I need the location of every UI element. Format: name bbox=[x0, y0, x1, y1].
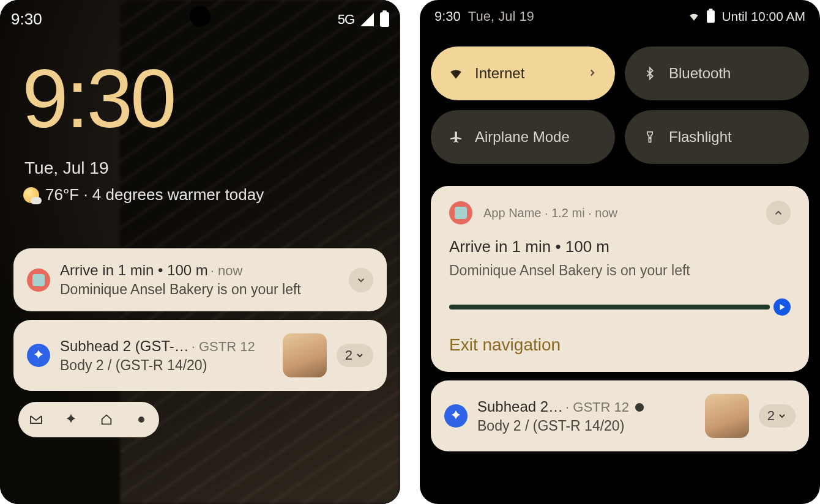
notif-meta: · GSTR 12 bbox=[565, 399, 629, 415]
svg-point-0 bbox=[649, 138, 650, 139]
chevron-right-icon bbox=[587, 65, 598, 82]
notification-thumbnail bbox=[283, 333, 327, 377]
notification-navigation-expanded[interactable]: App Name · 1.2 mi · now Arrive in 1 min … bbox=[431, 186, 809, 372]
notification-body: Subhead 2… · GSTR 12 Body 2 / (GST-R 14/… bbox=[477, 398, 695, 434]
qs-tile-internet[interactable]: Internet bbox=[431, 46, 615, 100]
progress-bar bbox=[449, 305, 770, 309]
qs-tile-label: Bluetooth bbox=[669, 65, 731, 82]
weather-line[interactable]: 76°F · 4 degrees warmer today bbox=[0, 178, 400, 204]
notification-photos[interactable]: Subhead 2 (GST-… · GSTR 12 Body 2 / (GST… bbox=[13, 320, 387, 391]
flashlight-icon bbox=[642, 129, 658, 145]
nav-app-icon bbox=[449, 201, 472, 224]
progress-end-icon bbox=[773, 298, 791, 316]
notif-body-text: Body 2 / (GST-R 14/20) bbox=[477, 418, 695, 434]
dnd-until-label: Until 10:00 AM bbox=[721, 9, 805, 24]
chevron-down-icon bbox=[355, 350, 365, 360]
status-time: 9:30 bbox=[434, 9, 461, 24]
status-date: Tue, Jul 19 bbox=[468, 9, 534, 24]
gmail-icon[interactable] bbox=[28, 412, 44, 428]
photos-icon[interactable] bbox=[63, 412, 79, 428]
status-time: 9:30 bbox=[11, 10, 42, 29]
qs-tile-label: Internet bbox=[475, 65, 524, 82]
status-icons: 5G bbox=[338, 12, 389, 28]
shade-notifications: App Name · 1.2 mi · now Arrive in 1 min … bbox=[420, 170, 820, 451]
notification-body: Arrive in 1 min • 100 m · now Dominique … bbox=[60, 262, 339, 298]
wifi-icon bbox=[688, 10, 700, 23]
qs-tile-label: Airplane Mode bbox=[475, 128, 570, 146]
notification-header-text: App Name · 1.2 mi · now bbox=[483, 206, 755, 220]
notif-subtext: Dominique Ansel Bakery is on your left bbox=[60, 281, 339, 298]
notification-thumbnail bbox=[705, 394, 749, 438]
notif-subhead: Subhead 2 (GST-… bbox=[60, 338, 189, 355]
wifi-icon bbox=[448, 65, 464, 81]
lockscreen-date: Tue, Jul 19 bbox=[0, 140, 400, 178]
bluetooth-icon bbox=[642, 65, 658, 81]
group-count-chip[interactable]: 2 bbox=[337, 344, 373, 367]
app-icon-row[interactable] bbox=[18, 402, 159, 437]
group-count: 2 bbox=[767, 408, 775, 424]
notif-body-text: Body 2 / (GST-R 14/20) bbox=[60, 357, 273, 374]
lockscreen-phone: 9:30 5G 9:30 Tue, Jul 19 76°F · 4 degree… bbox=[0, 0, 400, 504]
photos-app-icon bbox=[27, 344, 50, 367]
notification-photos[interactable]: Subhead 2… · GSTR 12 Body 2 / (GST-R 14/… bbox=[431, 380, 809, 451]
group-count: 2 bbox=[345, 347, 352, 363]
nav-progress bbox=[449, 298, 791, 316]
qs-tile-label: Flashlight bbox=[669, 128, 732, 146]
notification-stack: Arrive in 1 min • 100 m · now Dominique … bbox=[0, 204, 400, 391]
weather-text: 76°F · 4 degrees warmer today bbox=[45, 185, 264, 204]
exit-navigation-button[interactable]: Exit navigation bbox=[449, 335, 791, 355]
battery-icon bbox=[707, 10, 715, 23]
battery-icon bbox=[380, 12, 389, 27]
qs-tile-bluetooth[interactable]: Bluetooth bbox=[625, 46, 809, 100]
shade-status-bar: 9:30 Tue, Jul 19 Until 10:00 AM bbox=[420, 0, 820, 29]
quicksettings-phone: 9:30 Tue, Jul 19 Until 10:00 AM Internet… bbox=[420, 0, 820, 504]
notif-title: Arrive in 1 min • 100 m bbox=[60, 262, 208, 279]
quick-settings-grid: Internet Bluetooth Airplane Mode Flashli… bbox=[420, 29, 820, 170]
notif-meta: · now bbox=[211, 263, 243, 279]
airplane-icon bbox=[448, 129, 464, 145]
nav-title: Arrive in 1 min • 100 m bbox=[449, 237, 791, 256]
expand-button[interactable] bbox=[349, 268, 373, 292]
notif-subhead: Subhead 2… bbox=[477, 398, 563, 415]
chevron-down-icon bbox=[777, 411, 787, 421]
svg-marker-1 bbox=[780, 304, 785, 309]
network-label: 5G bbox=[338, 12, 354, 28]
more-dot-icon[interactable] bbox=[133, 412, 149, 428]
signal-icon bbox=[360, 13, 374, 26]
notification-body: Subhead 2 (GST-… · GSTR 12 Body 2 / (GST… bbox=[60, 338, 273, 374]
notif-meta: · GSTR 12 bbox=[192, 339, 255, 355]
qs-tile-flashlight[interactable]: Flashlight bbox=[625, 110, 809, 164]
pinwheel-icon bbox=[449, 409, 463, 423]
camera-punch-hole bbox=[190, 6, 211, 27]
photos-app-icon bbox=[444, 404, 468, 428]
notification-navigation[interactable]: Arrive in 1 min • 100 m · now Dominique … bbox=[13, 248, 387, 311]
chevron-up-icon bbox=[773, 207, 784, 218]
status-dot-icon bbox=[635, 403, 644, 412]
weather-icon bbox=[23, 187, 39, 203]
nav-app-icon bbox=[27, 269, 50, 292]
pinwheel-icon bbox=[32, 349, 45, 362]
qs-tile-airplane[interactable]: Airplane Mode bbox=[431, 110, 615, 164]
group-count-chip[interactable]: 2 bbox=[759, 404, 796, 428]
chevron-down-icon bbox=[356, 275, 367, 286]
nav-body: Dominique Ansel Bakery is on your left bbox=[449, 262, 791, 279]
collapse-button[interactable] bbox=[766, 201, 791, 225]
lockscreen-clock: 9:30 bbox=[0, 32, 400, 140]
home-icon[interactable] bbox=[99, 412, 114, 428]
